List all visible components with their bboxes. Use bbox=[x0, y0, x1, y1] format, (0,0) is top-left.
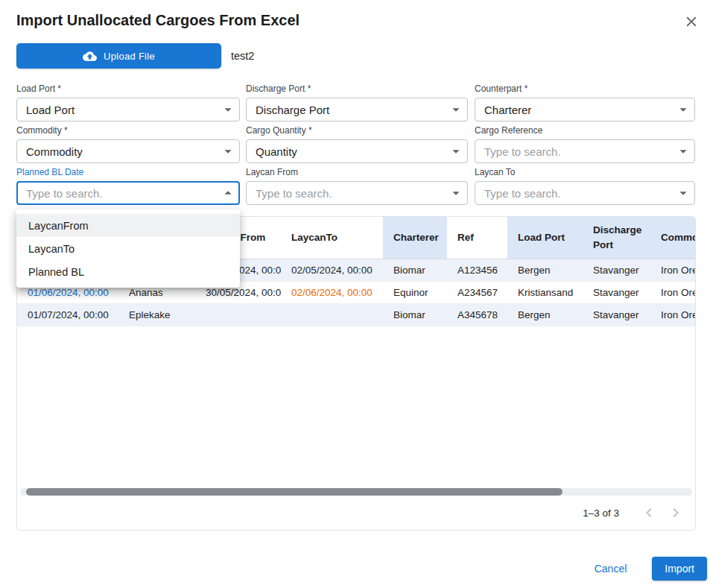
table-pagination: 1–3 of 3 bbox=[17, 496, 695, 530]
cloud-upload-icon bbox=[83, 49, 97, 63]
cell: 02/06/2024, 00:00 bbox=[281, 281, 383, 303]
cell: Iron Ore bbox=[650, 259, 695, 281]
field-label-laycan-from: Laycan From bbox=[246, 167, 468, 177]
column-header-load-port[interactable]: Load Port bbox=[507, 217, 583, 259]
commodity-select[interactable] bbox=[16, 139, 240, 163]
field-label-commodity: Commodity * bbox=[16, 125, 240, 136]
cell: Biomar bbox=[383, 259, 447, 281]
popup-option-laycanfrom[interactable]: LaycanFrom bbox=[16, 214, 240, 237]
import-button[interactable]: Import bbox=[652, 557, 707, 581]
cell: 02/05/2024, 00:00 bbox=[281, 259, 383, 281]
cell bbox=[281, 303, 383, 326]
autocomplete-popup: LaycanFrom LaycanTo Planned BL bbox=[16, 209, 240, 288]
uploaded-filename: test2 bbox=[231, 43, 254, 69]
discharge-port-select[interactable] bbox=[246, 98, 468, 121]
laycan-to-input[interactable] bbox=[475, 181, 695, 205]
cell: Stavanger bbox=[583, 259, 650, 281]
horizontal-scrollbar bbox=[20, 488, 692, 496]
column-header-laycanto[interactable]: LaycanTo bbox=[281, 217, 383, 259]
column-header-commodity[interactable]: Commodity bbox=[650, 217, 695, 259]
pagination-range: 1–3 of 3 bbox=[583, 508, 619, 519]
laycan-from-input[interactable] bbox=[246, 181, 468, 205]
counterpart-select[interactable] bbox=[475, 98, 695, 121]
upload-file-button[interactable]: Upload File bbox=[16, 43, 221, 69]
cancel-button[interactable]: Cancel bbox=[589, 558, 633, 579]
column-header-discharge-port[interactable]: Discharge Port bbox=[583, 217, 650, 259]
field-label-cargo-quantity: Cargo Quantity * bbox=[246, 125, 468, 136]
cell: Bergen bbox=[507, 303, 583, 326]
field-counterpart: Counterpart * bbox=[475, 83, 695, 121]
field-discharge-port: Discharge Port * bbox=[246, 83, 468, 121]
field-label-counterpart: Counterpart * bbox=[475, 83, 695, 94]
cell: Equinor bbox=[383, 281, 447, 303]
chevron-left-icon bbox=[640, 504, 658, 522]
dialog-actions: Cancel Import bbox=[589, 557, 707, 581]
next-page-button[interactable] bbox=[662, 499, 689, 526]
popup-option-laycanto[interactable]: LaycanTo bbox=[16, 237, 240, 260]
field-planned-bl-date: Planned BL Date bbox=[16, 167, 240, 205]
cell: A123456 bbox=[447, 259, 507, 281]
cell: A345678 bbox=[447, 303, 507, 326]
field-load-port: Load Port * bbox=[16, 83, 240, 121]
column-header-ref[interactable]: Ref bbox=[447, 217, 507, 259]
cell: 01/07/2024, 00:00 bbox=[17, 303, 118, 326]
cargo-reference-input[interactable] bbox=[475, 139, 695, 163]
cell: Iron Ore bbox=[650, 281, 695, 303]
cell: Biomar bbox=[383, 303, 447, 326]
field-label-discharge-port: Discharge Port * bbox=[246, 83, 468, 94]
previous-page-button[interactable] bbox=[636, 499, 662, 526]
field-commodity: Commodity * bbox=[16, 125, 240, 163]
field-label-laycan-to: Laycan To bbox=[475, 167, 695, 177]
cell: Bergen bbox=[507, 259, 583, 281]
cell: Stavanger bbox=[583, 281, 650, 303]
field-laycan-from: Laycan From bbox=[246, 167, 468, 205]
field-label-planned-bl-date: Planned BL Date bbox=[16, 167, 240, 177]
horizontal-scrollbar-thumb[interactable] bbox=[26, 488, 563, 496]
dialog-title: Import Unallocated Cargoes From Excel bbox=[16, 12, 300, 29]
chevron-right-icon bbox=[667, 504, 685, 522]
cell: Iron Ore bbox=[650, 303, 695, 326]
popup-option-planned-bl[interactable]: Planned BL bbox=[16, 260, 240, 283]
cargo-quantity-select[interactable] bbox=[246, 139, 468, 163]
cell bbox=[195, 303, 281, 326]
field-cargo-reference: Cargo Reference bbox=[475, 125, 695, 163]
close-icon bbox=[683, 13, 700, 30]
cell: A234567 bbox=[447, 281, 507, 303]
cell: Kristiansand bbox=[507, 281, 583, 303]
planned-bl-date-input[interactable] bbox=[16, 181, 240, 205]
field-cargo-quantity: Cargo Quantity * bbox=[246, 125, 468, 163]
close-button[interactable] bbox=[682, 12, 701, 31]
field-laycan-to: Laycan To bbox=[475, 167, 695, 205]
load-port-select[interactable] bbox=[16, 98, 240, 121]
cell: Stavanger bbox=[583, 303, 650, 326]
column-header-charterer[interactable]: Charterer bbox=[383, 217, 447, 259]
field-label-cargo-reference: Cargo Reference bbox=[475, 125, 695, 136]
table-row: 01/07/2024, 00:00 Eplekake Biomar A34567… bbox=[17, 303, 695, 326]
field-label-load-port: Load Port * bbox=[16, 83, 240, 94]
cell: Eplekake bbox=[118, 303, 195, 326]
upload-button-label: Upload File bbox=[104, 51, 155, 62]
